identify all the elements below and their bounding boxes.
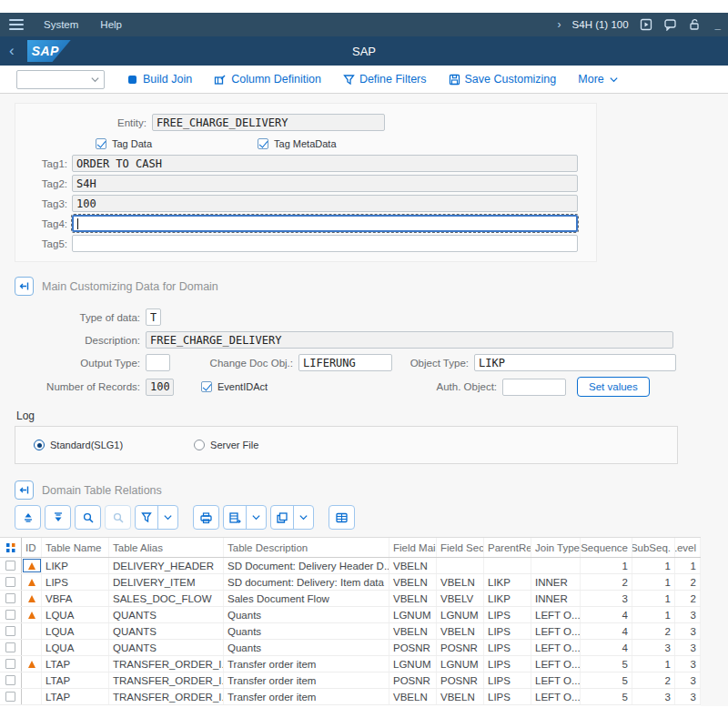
row-id-cell[interactable] — [22, 574, 42, 590]
tag2-label: Tag2: — [15, 178, 72, 189]
row-id-cell[interactable] — [22, 607, 42, 622]
row-id-cell[interactable] — [22, 640, 42, 655]
object-type-field[interactable] — [474, 354, 676, 371]
tag2-field[interactable] — [72, 175, 578, 192]
warning-triangle-icon — [28, 661, 35, 668]
standard-radio[interactable] — [34, 440, 45, 450]
chevron-right-icon[interactable]: › — [558, 18, 561, 31]
row-id-cell[interactable] — [22, 672, 42, 688]
command-input[interactable] — [21, 73, 85, 86]
column-header-field-sec-[interactable]: Field Sec. — [437, 538, 484, 557]
cell-join-type: LEFT O... — [531, 689, 581, 704]
table-settings-button[interactable] — [329, 505, 355, 530]
export-dropdown-chevron-icon[interactable] — [246, 506, 266, 529]
copy-dropdown-chevron-icon[interactable] — [293, 506, 313, 529]
cell-parent-rel: LIKP — [484, 574, 531, 590]
change-doc-field[interactable] — [298, 354, 392, 371]
description-field[interactable] — [146, 331, 673, 349]
dialog-icon[interactable] — [663, 18, 677, 31]
cell-sequence: 1 — [581, 558, 632, 573]
column-header-join-type[interactable]: Join Type — [531, 538, 581, 557]
filter-split-button[interactable] — [135, 505, 178, 530]
log-option-serverfile[interactable]: Server File — [194, 440, 258, 450]
row-checkbox[interactable] — [5, 577, 15, 587]
row-checkbox[interactable] — [5, 626, 15, 636]
tag1-field[interactable] — [72, 155, 578, 172]
auth-object-field[interactable] — [502, 379, 566, 396]
column-header-level[interactable]: Level — [675, 538, 701, 557]
tag-data-checkbox[interactable] — [96, 138, 106, 149]
save-customizing-button[interactable]: Save Customizing — [449, 73, 557, 86]
tag5-field[interactable] — [72, 235, 578, 252]
column-header-sequence[interactable]: Sequence — [581, 538, 632, 557]
num-records-label: Number of Records: — [0, 381, 146, 392]
sort-descending-button[interactable] — [45, 505, 71, 530]
copy-split-button[interactable] — [270, 505, 314, 530]
row-id-cell[interactable] — [22, 558, 42, 573]
column-header-field-main[interactable]: Field Main — [389, 538, 437, 557]
sort-ascending-button[interactable] — [15, 505, 41, 530]
row-checkbox[interactable] — [5, 642, 15, 652]
row-checkbox[interactable] — [5, 659, 15, 669]
output-type-field[interactable] — [146, 354, 170, 371]
unlock-icon[interactable] — [688, 18, 701, 31]
eventid-checkbox[interactable] — [201, 381, 212, 392]
minimize-icon[interactable]: _ — [715, 19, 721, 30]
column-definition-button[interactable]: Column Definition — [214, 73, 321, 86]
table-row: LTAPTRANSFER_ORDER_I...Transfer order it… — [0, 656, 701, 672]
log-option-standard[interactable]: Standard(SLG1) — [34, 440, 123, 450]
new-session-icon[interactable] — [640, 18, 652, 31]
row-id-cell[interactable] — [22, 623, 42, 639]
collapse-section-icon[interactable] — [15, 277, 34, 296]
find-next-button[interactable] — [105, 505, 131, 530]
cell-sequence: 3 — [581, 591, 632, 606]
entity-field[interactable] — [152, 114, 385, 131]
row-checkbox[interactable] — [5, 692, 15, 702]
cell-sequence: 4 — [581, 607, 632, 622]
entity-label: Entity: — [15, 117, 152, 128]
cell-sequence: 4 — [581, 623, 632, 639]
system-id-text: S4H (1) 100 — [572, 19, 629, 30]
tag4-field[interactable] — [72, 215, 578, 232]
filter-dropdown-chevron-icon[interactable] — [157, 506, 177, 529]
define-filters-button[interactable]: Define Filters — [343, 73, 427, 86]
column-header-table-description[interactable]: Table Description — [224, 538, 389, 557]
print-button[interactable] — [193, 505, 219, 530]
build-join-button[interactable]: Build Join — [126, 73, 192, 86]
command-combobox[interactable] — [16, 70, 105, 89]
row-checkbox[interactable] — [5, 675, 15, 685]
row-checkbox[interactable] — [5, 610, 15, 620]
type-of-data-field[interactable] — [146, 308, 161, 326]
cell-desc: Quants — [224, 607, 389, 622]
row-checkbox[interactable] — [5, 593, 15, 603]
set-values-button[interactable]: Set values — [577, 377, 650, 397]
select-all-header[interactable] — [0, 538, 22, 557]
hamburger-menu-icon[interactable] — [9, 19, 24, 30]
row-select-cell — [0, 640, 22, 655]
copy-button[interactable] — [271, 506, 293, 529]
export-button[interactable] — [224, 506, 246, 529]
num-records-field[interactable] — [146, 379, 174, 396]
export-split-button[interactable] — [223, 505, 267, 530]
cell-parent-rel: LIKP — [484, 591, 531, 606]
column-header-subseq-[interactable]: SubSeq. — [632, 538, 675, 557]
collapse-relations-icon[interactable] — [15, 480, 34, 500]
column-header-table-name[interactable]: Table Name — [42, 538, 109, 557]
column-header-id[interactable]: ID — [22, 538, 42, 557]
row-id-cell[interactable] — [22, 656, 42, 672]
column-header-table-alias[interactable]: Table Alias — [109, 538, 224, 557]
column-header-parentrel[interactable]: ParentRel — [484, 538, 531, 557]
tag-metadata-checkbox[interactable] — [258, 138, 268, 149]
more-button[interactable]: More — [578, 73, 618, 86]
menu-system[interactable]: System — [33, 19, 89, 30]
filter-button[interactable] — [136, 506, 157, 529]
customizing-form: Type of data: Description: Output Type: … — [0, 308, 728, 397]
find-button[interactable] — [75, 505, 101, 530]
tag3-field[interactable] — [72, 195, 578, 212]
row-id-cell[interactable] — [22, 591, 42, 606]
serverfile-radio[interactable] — [194, 440, 205, 450]
menu-help[interactable]: Help — [89, 19, 133, 30]
row-checkbox[interactable] — [5, 561, 15, 571]
cell-subseq: 3 — [632, 640, 675, 655]
row-id-cell[interactable] — [22, 689, 42, 704]
